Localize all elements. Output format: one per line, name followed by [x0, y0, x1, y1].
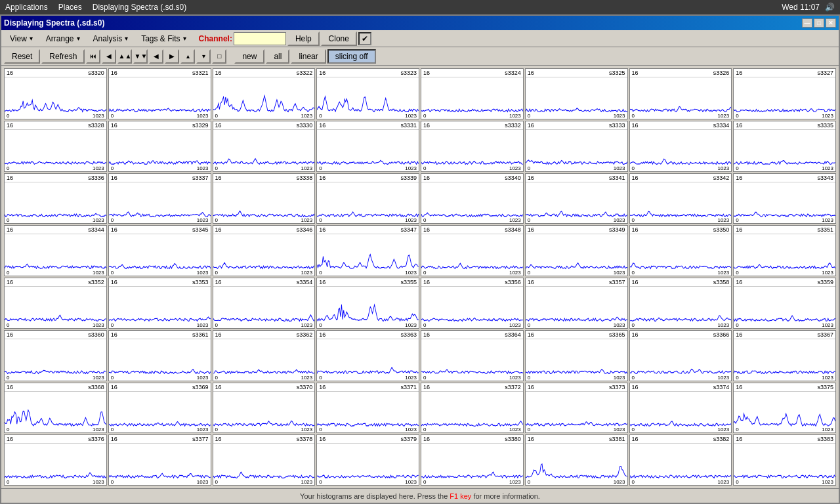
- spectrum-cell[interactable]: 16 s3377 0 1023: [108, 434, 211, 486]
- spectrum-cell[interactable]: 16 s3382 0 1023: [629, 434, 732, 486]
- view-menu[interactable]: View ▾: [4, 32, 39, 46]
- spectrum-cell[interactable]: 16 s3370 0 1023: [213, 383, 316, 434]
- spectrum-cell[interactable]: 16 s3359 0 1023: [733, 278, 836, 329]
- nav-prev2-button[interactable]: ▴: [180, 49, 195, 64]
- tags-fits-menu[interactable]: Tags & Fits ▾: [135, 32, 192, 46]
- applications-menu[interactable]: Applications: [5, 3, 48, 12]
- spectrum-cell[interactable]: 16 s3347 0 1023: [316, 225, 419, 276]
- spectrum-cell[interactable]: 16 s3371 0 1023: [316, 383, 419, 434]
- minimize-button[interactable]: —: [802, 18, 812, 28]
- spectrum-cell[interactable]: 16 s3378 0 1023: [213, 434, 316, 486]
- spectrum-cell[interactable]: 16 s3328 0 1023: [4, 121, 107, 172]
- spectrum-cell[interactable]: 16 s3320 0 1023: [4, 68, 107, 119]
- spectrum-cell[interactable]: 16 s3350 0 1023: [629, 225, 732, 276]
- arrange-menu[interactable]: Arrange ▾: [40, 32, 86, 46]
- nav-first-button[interactable]: ⏮: [86, 49, 100, 64]
- spectrum-cell[interactable]: 16 s3357 0 1023: [525, 278, 628, 329]
- spectrum-cell[interactable]: 16 s3367 0 1023: [733, 330, 836, 381]
- spectrum-cell[interactable]: 16 s3335 0 1023: [733, 121, 836, 172]
- system-window-title: Displaying Spectra (.sd.s0): [93, 3, 186, 12]
- spectrum-cell[interactable]: 16 s3374 0 1023: [629, 383, 732, 434]
- nav-left-button[interactable]: ◀: [149, 49, 163, 64]
- spectrum-cell[interactable]: 16 s3362 0 1023: [213, 330, 316, 381]
- help-button[interactable]: Help: [287, 32, 320, 46]
- spectrum-cell[interactable]: 16 s3349 0 1023: [525, 225, 628, 276]
- spectrum-cell[interactable]: 16 s3342 0 1023: [629, 173, 732, 224]
- spectrum-cell[interactable]: 16 s3369 0 1023: [108, 383, 211, 434]
- spectrum-cell[interactable]: 16 s3355 0 1023: [316, 278, 419, 329]
- spectrum-cell[interactable]: 16 s3351 0 1023: [733, 225, 836, 276]
- all-button[interactable]: all: [266, 49, 289, 64]
- nav-right-button[interactable]: ▶: [165, 49, 179, 64]
- spectrum-id: s3351: [817, 226, 833, 233]
- volume-icon[interactable]: 🔊: [825, 3, 835, 12]
- spectrum-cell[interactable]: 16 s3379 0 1023: [316, 434, 419, 486]
- checkbox[interactable]: ✔: [358, 32, 371, 45]
- reset-button[interactable]: Reset: [4, 49, 40, 64]
- spectrum-cell[interactable]: 16 s3353 0 1023: [108, 278, 211, 329]
- nav-down-button[interactable]: ▼▼: [133, 49, 148, 64]
- nav-next2-button[interactable]: ▾: [196, 49, 211, 64]
- clone-button[interactable]: Clone: [321, 32, 357, 46]
- spectrum-cell[interactable]: 16 s3338 0 1023: [213, 173, 316, 224]
- spectrum-cell[interactable]: 16 s3354 0 1023: [213, 278, 316, 329]
- spectrum-cell[interactable]: 16 s3333 0 1023: [525, 121, 628, 172]
- spectrum-cell[interactable]: 16 s3331 0 1023: [316, 121, 419, 172]
- spectrum-cell[interactable]: 16 s3372 0 1023: [421, 383, 524, 434]
- spectrum-cell[interactable]: 16 s3373 0 1023: [525, 383, 628, 434]
- nav-up-button[interactable]: ▲▲: [117, 49, 132, 64]
- spectrum-cell[interactable]: 16 s3329 0 1023: [108, 121, 211, 172]
- spectrum-cell[interactable]: 16 s3352 0 1023: [4, 278, 107, 329]
- spectrum-cell[interactable]: 16 s3324 0 1023: [421, 68, 524, 119]
- spectrum-cell[interactable]: 16 s3361 0 1023: [108, 330, 211, 381]
- spectrum-cell[interactable]: 16 s3358 0 1023: [629, 278, 732, 329]
- spectrum-cell[interactable]: 16 s3380 0 1023: [421, 434, 524, 486]
- spectrum-cell[interactable]: 16 s3363 0 1023: [316, 330, 419, 381]
- spectrum-chart: [317, 392, 419, 427]
- spectrum-cell[interactable]: 16 s3344 0 1023: [4, 225, 107, 276]
- spectrum-cell[interactable]: 16 s3346 0 1023: [213, 225, 316, 276]
- spectrum-cell[interactable]: 16 s3330 0 1023: [213, 121, 316, 172]
- linear-button[interactable]: linear: [291, 49, 326, 64]
- spectrum-cell[interactable]: 16 s3345 0 1023: [108, 225, 211, 276]
- spectrum-cell[interactable]: 16 s3340 0 1023: [421, 173, 524, 224]
- spectrum-cell[interactable]: 16 s3360 0 1023: [4, 330, 107, 381]
- places-menu[interactable]: Places: [58, 3, 82, 12]
- spectrum-cell[interactable]: 16 s3366 0 1023: [629, 330, 732, 381]
- axis-min: 0: [111, 113, 114, 119]
- spectrum-cell[interactable]: 16 s3348 0 1023: [421, 225, 524, 276]
- spectrum-cell[interactable]: 16 s3321 0 1023: [108, 68, 211, 119]
- refresh-button[interactable]: Refresh: [41, 49, 85, 64]
- spectrum-y: 16: [215, 226, 222, 233]
- spectrum-cell[interactable]: 16 s3327 0 1023: [733, 68, 836, 119]
- spectrum-cell[interactable]: 16 s3343 0 1023: [733, 173, 836, 224]
- spectrum-cell[interactable]: 16 s3332 0 1023: [421, 121, 524, 172]
- spectrum-cell[interactable]: 16 s3326 0 1023: [629, 68, 732, 119]
- new-button[interactable]: new: [234, 49, 264, 64]
- spectrum-cell[interactable]: 16 s3322 0 1023: [213, 68, 316, 119]
- spectrum-cell[interactable]: 16 s3381 0 1023: [525, 434, 628, 486]
- spectrum-cell[interactable]: 16 s3364 0 1023: [421, 330, 524, 381]
- spectrum-cell[interactable]: 16 s3325 0 1023: [525, 68, 628, 119]
- nav-square-button[interactable]: □: [212, 49, 226, 64]
- spectrum-cell[interactable]: 16 s3376 0 1023: [4, 434, 107, 486]
- spectrum-id: s3337: [192, 175, 209, 181]
- spectrum-cell[interactable]: 16 s3368 0 1023: [4, 383, 107, 434]
- nav-prev-button[interactable]: ◀: [102, 49, 116, 64]
- spectrum-cell[interactable]: 16 s3339 0 1023: [316, 173, 419, 224]
- spectrum-cell[interactable]: 16 s3356 0 1023: [421, 278, 524, 329]
- close-button[interactable]: ✕: [826, 18, 836, 28]
- spectrum-cell[interactable]: 16 s3323 0 1023: [316, 68, 419, 119]
- maximize-button[interactable]: □: [814, 18, 824, 28]
- spectrum-cell[interactable]: 16 s3334 0 1023: [629, 121, 732, 172]
- spectrum-cell[interactable]: 16 s3365 0 1023: [525, 330, 628, 381]
- spectrum-cell[interactable]: 16 s3337 0 1023: [108, 173, 211, 224]
- spectrum-cell[interactable]: 16 s3375 0 1023: [733, 383, 836, 434]
- channel-input[interactable]: [234, 32, 286, 45]
- spectrum-y: 16: [111, 175, 117, 181]
- spectrum-cell[interactable]: 16 s3383 0 1023: [733, 434, 836, 486]
- slicing-button[interactable]: slicing off: [327, 49, 376, 64]
- spectrum-cell[interactable]: 16 s3336 0 1023: [4, 173, 107, 224]
- analysis-menu[interactable]: Analysis ▾: [87, 32, 135, 46]
- spectrum-cell[interactable]: 16 s3341 0 1023: [525, 173, 628, 224]
